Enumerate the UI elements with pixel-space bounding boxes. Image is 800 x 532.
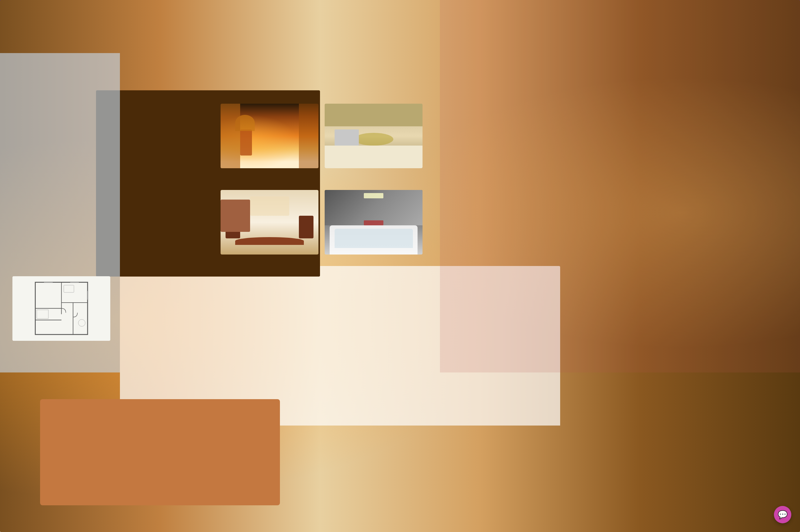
- svg-point-10: [78, 319, 85, 326]
- main-content: PHOTOS You may add up to 19 more photos …: [0, 22, 435, 366]
- chat-bubble[interactable]: 💬: [774, 506, 791, 523]
- floorplan-svg: [17, 279, 106, 337]
- chat-icon: 💬: [778, 511, 787, 519]
- svg-rect-11: [64, 285, 74, 292]
- svg-rect-9: [37, 310, 48, 319]
- photo-item-1: Delete: [13, 104, 214, 270]
- photos-grid: Delete Delete: [13, 104, 422, 356]
